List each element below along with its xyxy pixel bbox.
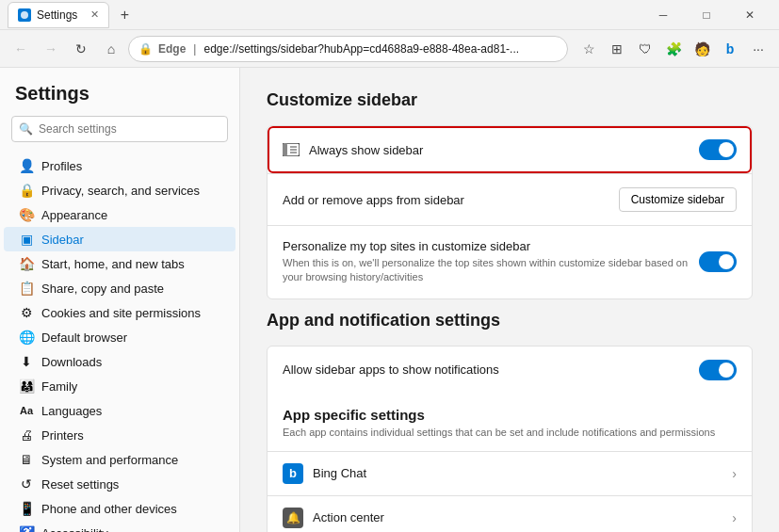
address-separator: | xyxy=(193,42,196,56)
app-item-action-center[interactable]: 🔔 Action center › xyxy=(268,495,752,532)
tab-close-button[interactable]: ✕ xyxy=(90,8,99,21)
personalize-label: Personalize my top sites in customize si… xyxy=(283,239,690,253)
sidebar-item-sidebar[interactable]: ▣ Sidebar xyxy=(4,227,235,251)
allow-notifications-label: Allow sidebar apps to show notifications xyxy=(283,363,690,377)
sidebar-item-accessibility[interactable]: ♿ Accessibility xyxy=(4,521,235,532)
tab-favicon xyxy=(18,8,31,22)
home-button[interactable]: ⌂ xyxy=(98,36,124,62)
system-label: System and performance xyxy=(41,453,178,467)
always-show-sidebar-card: Always show sidebar Add or remove apps f… xyxy=(267,125,753,299)
sidebar-item-reset[interactable]: ↺ Reset settings xyxy=(4,472,235,496)
bing-button[interactable]: b xyxy=(717,36,743,62)
sidebar-item-start-home[interactable]: 🏠 Start, home, and new tabs xyxy=(4,251,235,276)
privacy-icon: 🔒 xyxy=(19,183,34,198)
start-home-icon: 🏠 xyxy=(19,256,34,271)
appearance-label: Appearance xyxy=(41,208,107,222)
share-copy-icon: 📋 xyxy=(19,281,34,296)
languages-icon: Aa xyxy=(19,403,34,418)
share-copy-label: Share, copy and paste xyxy=(41,282,164,296)
bing-chat-chevron: › xyxy=(732,466,737,481)
customize-sidebar-title: Customize sidebar xyxy=(267,90,753,110)
always-show-sidebar-row: Always show sidebar xyxy=(268,126,752,173)
reset-icon: ↺ xyxy=(19,476,34,492)
browser-essentials-button[interactable]: 🛡 xyxy=(632,36,658,62)
personalize-row: Personalize my top sites in customize si… xyxy=(268,225,752,298)
search-input[interactable] xyxy=(11,116,228,142)
menu-button[interactable]: ··· xyxy=(745,36,771,62)
privacy-label: Privacy, search, and services xyxy=(41,184,200,198)
sidebar-item-languages[interactable]: Aa Languages xyxy=(4,398,235,423)
downloads-label: Downloads xyxy=(41,355,102,369)
customize-sidebar-button[interactable]: Customize sidebar xyxy=(619,187,737,212)
toolbar-actions: ☆ ⊞ 🛡 🧩 🧑 b ··· xyxy=(576,36,771,62)
cookies-label: Cookies and site permissions xyxy=(41,306,201,320)
sidebar-label: Sidebar xyxy=(41,233,84,247)
address-edge-label: Edge xyxy=(158,42,186,56)
refresh-button[interactable]: ↻ xyxy=(68,36,94,62)
forward-button[interactable]: → xyxy=(38,36,64,62)
svg-point-0 xyxy=(21,11,28,19)
action-center-icon: 🔔 xyxy=(283,508,303,528)
appearance-icon: 🎨 xyxy=(19,207,34,222)
accessibility-icon: ♿ xyxy=(19,525,34,532)
app-notification-title: App and notification settings xyxy=(267,311,753,330)
system-icon: 🖥 xyxy=(19,452,34,467)
app-item-bing-chat[interactable]: b Bing Chat › xyxy=(268,451,752,495)
personalize-toggle[interactable] xyxy=(699,251,737,272)
sidebar-item-family[interactable]: 👨‍👩‍👧 Family xyxy=(4,374,235,398)
family-label: Family xyxy=(41,379,77,394)
bing-chat-label: Bing Chat xyxy=(313,466,722,480)
app-specific-desc: Each app contains individual settings th… xyxy=(283,427,737,438)
collections-button[interactable]: ⊞ xyxy=(604,36,630,62)
start-home-label: Start, home, and new tabs xyxy=(41,257,185,271)
app-specific-header: App specific settings Each app contains … xyxy=(268,394,752,451)
search-box: 🔍 xyxy=(11,116,228,142)
sidebar-item-printers[interactable]: 🖨 Printers xyxy=(4,423,235,447)
tab-strip: Settings ✕ + xyxy=(8,2,634,28)
extensions-button[interactable]: 🧩 xyxy=(660,36,687,62)
add-remove-row: Add or remove apps from sidebar Customiz… xyxy=(268,173,752,225)
content-area: Customize sidebar Always show sidebar xyxy=(240,68,779,532)
allow-notifications-row: Allow sidebar apps to show notifications xyxy=(268,347,752,394)
sidebar-item-cookies[interactable]: ⚙ Cookies and site permissions xyxy=(4,300,235,325)
navigation-bar: ← → ↻ ⌂ 🔒 Edge | edge://settings/sidebar… xyxy=(0,30,779,68)
sidebar-item-system[interactable]: 🖥 System and performance xyxy=(4,447,235,472)
default-browser-icon: 🌐 xyxy=(19,330,34,345)
window-controls: ─ □ ✕ xyxy=(641,0,771,30)
profile-button[interactable]: 🧑 xyxy=(689,36,715,62)
sidebar-item-profiles[interactable]: 👤 Profiles xyxy=(4,153,235,178)
printers-icon: 🖨 xyxy=(19,427,34,443)
allow-notifications-toggle[interactable] xyxy=(699,360,737,380)
sidebar-item-default-browser[interactable]: 🌐 Default browser xyxy=(4,325,235,349)
tab-title: Settings xyxy=(37,8,77,22)
profiles-icon: 👤 xyxy=(19,158,34,173)
sidebar-item-share-copy[interactable]: 📋 Share, copy and paste xyxy=(4,276,235,300)
lock-icon: 🔒 xyxy=(138,42,153,56)
active-tab[interactable]: Settings ✕ xyxy=(8,2,109,28)
maximize-button[interactable]: □ xyxy=(685,0,728,30)
phone-icon: 📱 xyxy=(19,501,34,516)
sidebar-icon: ▣ xyxy=(19,232,34,247)
minimize-button[interactable]: ─ xyxy=(641,0,685,30)
notifications-card: Allow sidebar apps to show notifications… xyxy=(267,346,753,532)
address-bar[interactable]: 🔒 Edge | edge://settings/sidebar?hubApp=… xyxy=(128,36,568,62)
back-button[interactable]: ← xyxy=(8,36,34,62)
printers-label: Printers xyxy=(41,428,84,443)
new-tab-button[interactable]: + xyxy=(113,4,136,26)
svg-rect-2 xyxy=(283,143,287,156)
sidebar-item-phone[interactable]: 📱 Phone and other devices xyxy=(4,496,235,521)
downloads-icon: ⬇ xyxy=(19,354,34,369)
search-icon: 🔍 xyxy=(19,122,33,136)
cookies-icon: ⚙ xyxy=(19,305,34,320)
sidebar-item-downloads[interactable]: ⬇ Downloads xyxy=(4,349,235,374)
close-button[interactable]: ✕ xyxy=(728,0,771,30)
languages-label: Languages xyxy=(41,404,102,418)
always-show-label: Always show sidebar xyxy=(309,143,690,157)
favorites-button[interactable]: ☆ xyxy=(576,36,602,62)
sidebar-item-appearance[interactable]: 🎨 Appearance xyxy=(4,202,235,227)
phone-label: Phone and other devices xyxy=(41,502,177,516)
reset-label: Reset settings xyxy=(41,477,119,492)
sidebar-item-privacy[interactable]: 🔒 Privacy, search, and services xyxy=(4,178,235,202)
action-center-chevron: › xyxy=(732,510,737,525)
always-show-toggle[interactable] xyxy=(699,139,737,160)
